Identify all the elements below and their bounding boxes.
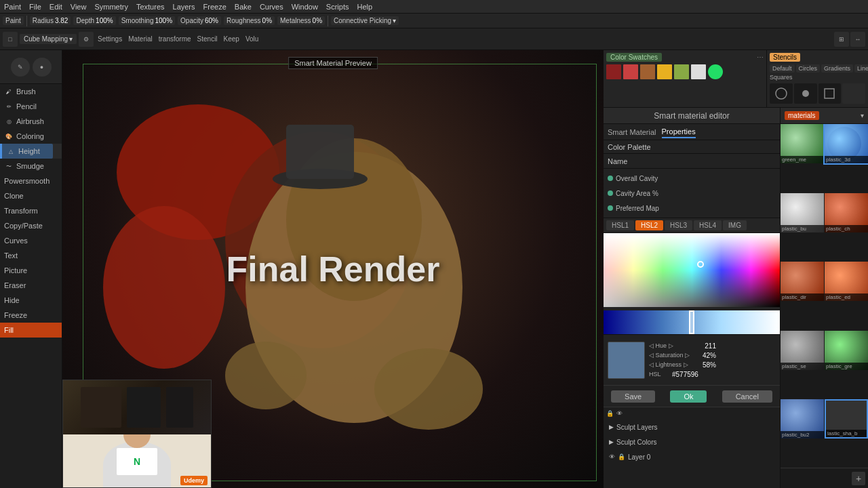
tool-pencil[interactable]: ✏ Pencil (0, 99, 62, 114)
mode-label: Paint (5, 17, 21, 24)
menu-file[interactable]: File (29, 3, 41, 11)
expand-icon[interactable]: ▶ (609, 424, 614, 430)
tool-airbrush[interactable]: ◎ Airbrush (0, 114, 62, 129)
material-plastic-gre[interactable]: plastic_gre (825, 331, 868, 370)
mapping-dropdown[interactable]: Cube Mapping ▾ (20, 34, 77, 44)
tool-smudge[interactable]: 〜 Smudge (0, 159, 62, 174)
menu-layers[interactable]: Layers (173, 3, 195, 11)
tool-eraser[interactable]: Eraser (0, 278, 62, 293)
tool-freeze[interactable]: Freeze (0, 308, 62, 323)
swatch-2[interactable] (640, 64, 655, 79)
material-plastic-bu[interactable]: plastic_bu (781, 193, 824, 232)
material-plastic-ch[interactable]: plastic_ch (825, 193, 868, 232)
lightness-bar[interactable] (604, 310, 780, 334)
stencil-lines[interactable]: Lines (854, 64, 868, 73)
nav-icon[interactable]: ↔ (850, 32, 865, 47)
hue-sat-gradient[interactable] (604, 233, 780, 307)
canvas-area[interactable]: Smart Material Preview Final Render N Ud… (62, 50, 604, 488)
stencil-thumb-2[interactable] (818, 83, 842, 104)
opacity-control[interactable]: Opacity 60% (178, 16, 221, 25)
menu-freeze[interactable]: Freeze (203, 3, 226, 11)
tool-picture[interactable]: Picture (0, 263, 62, 278)
tool-brush[interactable]: 🖌 Brush (0, 84, 62, 99)
sphere-icon[interactable]: ● (33, 58, 52, 77)
color-swatches-tab[interactable]: Color Swatches (606, 53, 662, 62)
stencil-circles[interactable]: Circles (796, 64, 821, 73)
eye-icon-layer0[interactable]: 👁 (609, 453, 615, 460)
menu-scripts[interactable]: Scripts (326, 3, 349, 11)
menu-symmetry[interactable]: Symmetry (94, 3, 128, 11)
tool-height[interactable]: △ Height (0, 144, 62, 159)
color-picker-area[interactable] (604, 233, 780, 334)
swatch-4[interactable] (674, 64, 689, 79)
mode-paint[interactable]: Paint (3, 16, 24, 25)
tool-clone[interactable]: Clone (0, 188, 62, 203)
stencil-thumb-3[interactable] (842, 83, 865, 104)
swatch-1[interactable] (623, 64, 638, 79)
material-plastic-bu2[interactable]: plastic_bu2 (781, 399, 824, 439)
menu-curves[interactable]: Curves (260, 3, 283, 11)
swatches-more[interactable]: ⋯ (757, 54, 764, 61)
settings-icon[interactable]: ⚙ (79, 32, 94, 47)
menu-window[interactable]: Window (292, 3, 318, 11)
smoothing-control[interactable]: Smoothing 100% (119, 16, 175, 25)
coloring-label: Coloring (16, 132, 44, 140)
menu-help[interactable]: Help (357, 3, 372, 11)
material-plastic-se[interactable]: plastic_se (781, 331, 824, 370)
sme-tab-properties[interactable]: Properties (662, 126, 696, 138)
material-plastic-3d[interactable]: plastic_3d (825, 124, 868, 163)
expand-icon-colors[interactable]: ▶ (609, 439, 614, 445)
cube-icon[interactable]: □ (3, 32, 18, 47)
hsl2-tab[interactable]: HSL2 (635, 220, 663, 230)
stencil-thumb-1[interactable] (794, 83, 817, 104)
ok-button[interactable]: Ok (670, 390, 707, 403)
menu-bake[interactable]: Bake (235, 3, 252, 11)
grid-icon[interactable]: ⊞ (834, 32, 849, 47)
swatch-0[interactable] (606, 64, 621, 79)
menu-textures[interactable]: Textures (136, 3, 165, 11)
hsl3-tab[interactable]: HSL3 (665, 220, 692, 230)
materials-dropdown[interactable]: ▾ (861, 112, 864, 119)
material-green-me[interactable]: green_me (781, 124, 824, 163)
connective-picking[interactable]: Connective Picking ▾ (331, 16, 399, 25)
metalness-control[interactable]: Metalness 0% (277, 16, 325, 25)
menu-view[interactable]: View (71, 3, 87, 11)
brush-icon[interactable]: ✎ (11, 58, 30, 77)
swatch-5[interactable] (691, 64, 706, 79)
menu-edit[interactable]: Edit (50, 3, 62, 11)
radius-control[interactable]: Radius 3.82 (30, 16, 71, 25)
stencils-tab[interactable]: Stencils (770, 53, 800, 62)
tool-copypaste[interactable]: Copy/Paste (0, 218, 62, 233)
material-plastic-ed[interactable]: plastic_ed (825, 262, 868, 301)
menu-paint[interactable]: Paint (4, 3, 21, 11)
sme-tab-smart-material[interactable]: Smart Material (608, 127, 656, 138)
stencil-thumb-0[interactable] (770, 83, 793, 104)
color-canvas[interactable] (604, 233, 780, 307)
swatch-3[interactable] (657, 64, 672, 79)
sculpt-colors-row[interactable]: ▶ Sculpt Colors (606, 434, 777, 449)
swatch-circle-green[interactable] (708, 64, 723, 79)
cancel-button[interactable]: Cancel (722, 390, 772, 403)
tool-transform[interactable]: Transform (0, 203, 62, 218)
stencil-default[interactable]: Default (770, 64, 795, 73)
sculpt-layers-row[interactable]: ▶ Sculpt Layers (606, 420, 777, 434)
tool-curves[interactable]: Curves (0, 233, 62, 248)
stencil-gradients[interactable]: Gradients (821, 64, 853, 73)
depth-control[interactable]: Depth 100% (73, 16, 115, 25)
roughness-control[interactable]: Roughness 0% (224, 16, 275, 25)
materials-tab[interactable]: materials (785, 111, 819, 120)
tool-fill[interactable]: Fill (0, 323, 62, 338)
tool-powersmooth[interactable]: Powersmooth (0, 174, 62, 188)
img-tab[interactable]: IMG (723, 220, 747, 230)
hsl4-tab[interactable]: HSL4 (694, 220, 722, 230)
material-plastic-sha[interactable]: lastic_sha_b (825, 399, 868, 439)
material-plastic-dir[interactable]: plastic_dir (781, 262, 824, 301)
tool-coloring[interactable]: 🎨 Coloring (0, 129, 62, 144)
add-material-button[interactable]: + (852, 472, 865, 485)
tool-hide[interactable]: Hide (0, 293, 62, 308)
save-button[interactable]: Save (611, 390, 655, 403)
hsl1-tab[interactable]: HSL1 (606, 220, 634, 230)
layers-icons-row[interactable]: 🔒 👁 (606, 410, 623, 417)
tool-text[interactable]: Text (0, 248, 62, 263)
layer-0-row[interactable]: 👁 🔒 Layer 0 (606, 449, 777, 464)
